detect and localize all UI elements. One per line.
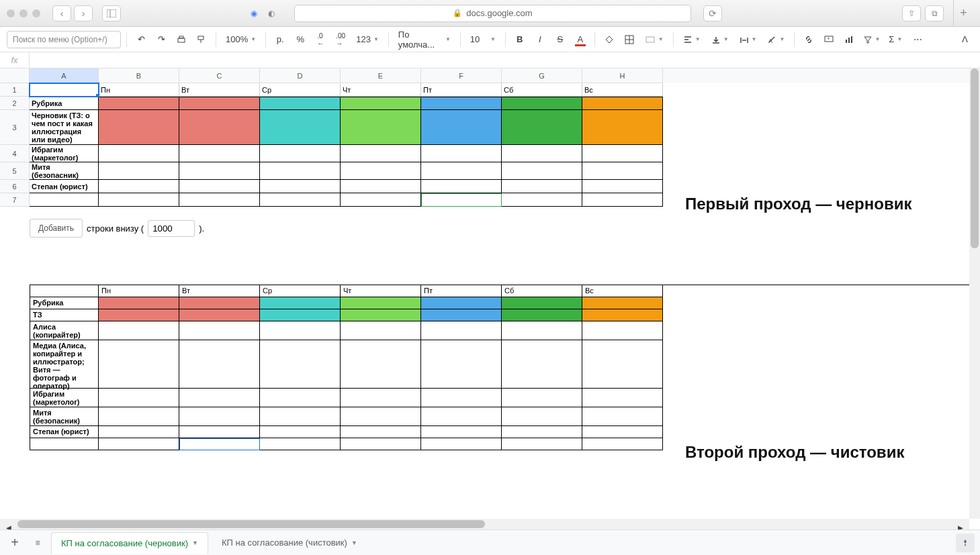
number-format-dropdown[interactable]: 123▼ [352,31,383,48]
font-dropdown[interactable]: По умолча...▼ [394,31,455,48]
increase-decimal-button[interactable]: .00→ [332,31,349,48]
browser-chrome: ‹ › ◉ ◐ 🔒 docs.google.com ⟳ ⇧ ⧉ + [0,0,980,27]
svg-rect-19 [848,38,850,43]
font-size-dropdown[interactable]: 10▼ [466,31,500,48]
merge-icon [645,34,656,45]
sidebar-toggle[interactable] [102,5,121,21]
comment-button[interactable]: + [820,31,838,48]
formula-bar: fx [0,52,980,68]
svg-rect-2 [178,38,185,42]
svg-rect-8 [646,37,654,42]
svg-text:+: + [827,36,830,42]
share-button[interactable]: ⇧ [902,5,921,21]
extension-2-icon[interactable]: ◐ [265,7,278,20]
svg-rect-0 [107,9,116,17]
more-button[interactable]: ⋯ [909,31,926,48]
print-icon [176,34,187,45]
wrap-icon [740,35,749,44]
wrap-button[interactable]: ▼ [736,31,761,48]
collapse-toolbar[interactable]: ᐱ [956,31,973,48]
comment-icon: + [823,34,834,45]
svg-rect-4 [198,36,204,40]
bold-button[interactable]: B [511,31,529,48]
menu-search[interactable]: Поиск по меню (Option+/) [7,31,121,48]
functions-button[interactable]: Σ▼ [885,31,906,48]
chart-icon [844,34,854,45]
rotate-icon: A [767,35,776,44]
sidebar-icon [107,9,116,17]
svg-rect-20 [851,36,852,43]
sheets-toolbar: Поиск по меню (Option+/) ↶ ↷ 100%▼ р. % … [0,27,980,52]
tabs-button[interactable]: ⧉ [925,5,944,21]
filter-icon [862,34,873,45]
borders-button[interactable] [621,31,638,48]
print-button[interactable] [173,31,190,48]
filter-button[interactable]: ▼ [860,31,882,48]
text-color-button[interactable]: A [572,31,589,48]
maximize-window[interactable] [32,9,40,17]
align-left-icon [683,35,693,44]
valign-icon [711,35,721,44]
svg-rect-18 [846,40,847,43]
svg-rect-3 [179,36,183,38]
strikethrough-button[interactable]: S [551,31,569,48]
extension-1-icon[interactable]: ◉ [247,7,261,20]
undo-button[interactable]: ↶ [132,31,150,48]
fill-color-button[interactable] [600,31,618,48]
currency-button[interactable]: р. [271,31,289,48]
zoom-dropdown[interactable]: 100%▼ [222,31,260,48]
formula-input[interactable] [30,52,980,68]
window-controls [7,9,40,17]
forward-button[interactable]: › [74,5,93,21]
link-icon [803,34,814,45]
close-window[interactable] [7,9,15,17]
paint-icon [196,34,207,45]
minimize-window[interactable] [19,9,28,17]
lock-icon: 🔒 [453,9,462,17]
new-tab-button[interactable]: + [953,0,973,27]
back-button[interactable]: ‹ [52,5,71,21]
link-button[interactable] [800,31,817,48]
url-bar[interactable]: 🔒 docs.google.com [294,5,691,22]
chart-button[interactable] [840,31,858,48]
fx-label: fx [0,52,30,68]
v-align-button[interactable]: ▼ [707,31,733,48]
fill-icon [604,34,615,45]
rotate-button[interactable]: A▼ [763,31,789,48]
borders-icon [624,34,635,45]
h-align-button[interactable]: ▼ [679,31,705,48]
redo-button[interactable]: ↷ [152,31,170,48]
reload-button[interactable]: ⟳ [703,5,722,21]
merge-cells-button[interactable]: ▼ [641,31,668,48]
paint-format-button[interactable] [193,31,210,48]
url-text: docs.google.com [466,8,532,18]
percent-button[interactable]: % [292,31,309,48]
svg-text:A: A [768,38,772,44]
decrease-decimal-button[interactable]: .0← [312,31,329,48]
italic-button[interactable]: I [531,31,549,48]
